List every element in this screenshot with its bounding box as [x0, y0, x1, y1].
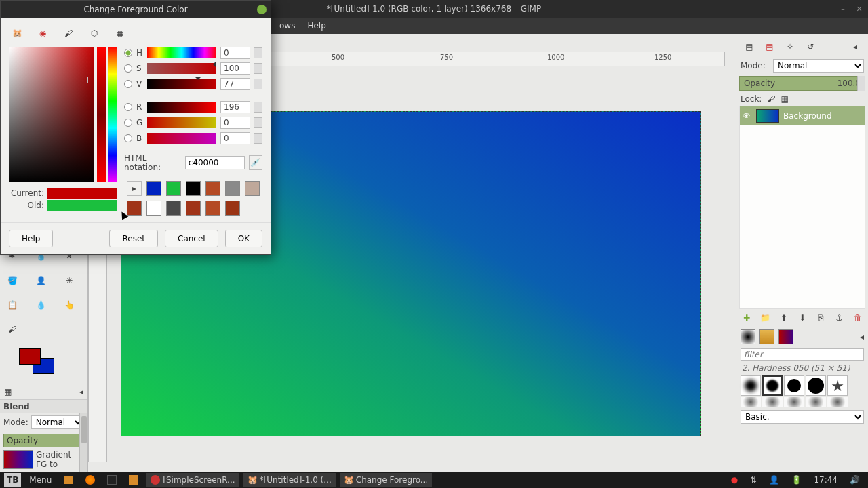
taskbar-firefox-icon[interactable] [81, 473, 99, 487]
bucket-tool-icon[interactable]: 🪣 [4, 272, 20, 289]
b-value[interactable]: 0 [220, 132, 250, 144]
reset-button[interactable]: Reset [109, 230, 158, 247]
brush-hard-050[interactable] [762, 375, 783, 396]
smudge-tool-icon[interactable]: 👆 [61, 297, 77, 313]
layer-list[interactable]: 👁 Background [739, 106, 865, 309]
tray-user-icon[interactable]: 👤 [765, 473, 783, 487]
color-swatch-2[interactable] [186, 181, 201, 196]
wheel-selector-icon[interactable]: ⬡ [86, 25, 102, 41]
lock-pixels-icon[interactable]: 🖌 [767, 94, 775, 104]
color-swatch-5[interactable] [245, 181, 260, 196]
menu-windows[interactable]: ows [274, 20, 300, 32]
swatch-history-expand[interactable]: ▸ [127, 181, 142, 196]
clone-tool-icon[interactable]: 📋 [4, 297, 20, 313]
close-icon[interactable]: ✕ [854, 4, 864, 14]
tool-options-menu-icon[interactable]: ◂ [79, 387, 83, 396]
brush-star[interactable]: ★ [827, 375, 848, 396]
v-radio[interactable] [124, 80, 132, 88]
s-slider[interactable] [147, 63, 216, 74]
color-swatch-7[interactable] [146, 201, 161, 216]
taskbar-terminal-icon[interactable] [103, 473, 121, 487]
menu-help[interactable]: Help [302, 20, 331, 32]
start-menu-button[interactable]: Menu [25, 473, 56, 487]
brush-smudge-2[interactable] [762, 397, 783, 407]
color-swatch-10[interactable] [205, 201, 220, 216]
cancel-button[interactable]: Cancel [165, 230, 218, 247]
layer-item[interactable]: 👁 Background [740, 106, 865, 125]
v-spinner[interactable] [254, 79, 262, 89]
brush-filter-input[interactable] [741, 348, 864, 361]
old-color[interactable] [47, 200, 117, 211]
brush-tool-icon[interactable]: 🖌 [4, 321, 20, 338]
ok-button[interactable]: OK [225, 230, 262, 247]
channels-tab-icon[interactable]: ▤ [762, 39, 777, 54]
duplicate-layer-icon[interactable]: ⎘ [814, 312, 827, 324]
brushes-tab-icon[interactable] [741, 329, 755, 344]
opacity-spinner[interactable] [857, 76, 865, 91]
color-swatch-3[interactable] [205, 181, 220, 196]
color-field[interactable] [9, 47, 94, 182]
lock-alpha-icon[interactable]: ▦ [781, 94, 788, 104]
gradients-tab-icon[interactable] [778, 329, 793, 344]
h-value[interactable]: 0 [220, 47, 250, 59]
layer-opacity-slider[interactable]: Opacity 100.0 [739, 76, 865, 91]
layer-group-icon[interactable]: 📁 [759, 312, 771, 324]
fg-bg-swatch[interactable] [7, 346, 61, 380]
value-bar[interactable] [97, 47, 106, 182]
s-spinner[interactable] [254, 63, 262, 74]
brush-hard-075[interactable] [784, 375, 804, 396]
patterns-tab-icon[interactable] [760, 329, 774, 344]
new-layer-icon[interactable]: ✚ [741, 312, 753, 324]
tray-clock[interactable]: 17:44 [810, 473, 842, 487]
anchor-layer-icon[interactable]: ⚓ [833, 312, 846, 324]
palette-selector-icon[interactable]: ▦ [112, 25, 128, 41]
minimize-icon[interactable]: – [838, 4, 848, 14]
dock-menu-icon[interactable]: ◂ [848, 39, 863, 54]
g-value[interactable]: 0 [220, 117, 250, 129]
html-notation-input[interactable] [185, 156, 245, 169]
v-slider[interactable] [147, 79, 216, 89]
heal-tool-icon[interactable]: ✳ [61, 272, 77, 289]
r-radio[interactable] [124, 103, 132, 111]
lower-layer-icon[interactable]: ⬇ [796, 312, 808, 324]
b-radio[interactable] [124, 134, 132, 142]
h-radio[interactable] [124, 49, 132, 57]
stamp-tool-icon[interactable]: 👤 [33, 272, 49, 289]
tool-options-icon[interactable]: ▦ [4, 387, 12, 396]
v-value[interactable]: 77 [220, 78, 250, 90]
r-slider[interactable] [147, 102, 216, 113]
tray-record-icon[interactable]: ● [727, 473, 742, 487]
brush-smudge-4[interactable] [806, 397, 826, 407]
layer-mode-select[interactable]: Normal [773, 59, 864, 73]
h-spinner[interactable] [254, 47, 262, 58]
tray-network-icon[interactable]: ⇅ [746, 473, 761, 487]
raise-layer-icon[interactable]: ⬆ [778, 312, 790, 324]
brush-dock-menu-icon[interactable]: ◂ [860, 332, 864, 342]
g-slider[interactable] [147, 117, 216, 128]
color-swatch-8[interactable] [166, 201, 181, 216]
b-spinner[interactable] [254, 133, 262, 144]
g-radio[interactable] [124, 119, 132, 127]
taskbar-app-ssr[interactable]: [SimpleScreenR... [146, 473, 239, 487]
color-swatch-4[interactable] [225, 181, 240, 196]
s-value[interactable]: 100 [220, 62, 250, 75]
brush-smudge-1[interactable] [741, 397, 761, 407]
color-swatch-1[interactable] [166, 181, 181, 196]
hue-bar[interactable] [108, 47, 117, 182]
brush-smudge-3[interactable] [784, 397, 804, 407]
brush-preset-select[interactable]: Basic. [741, 410, 864, 424]
color-swatch-9[interactable] [186, 201, 201, 216]
g-spinner[interactable] [254, 117, 262, 128]
cmyk-selector-icon[interactable]: ◉ [35, 25, 51, 41]
taskbar-app-colordlg[interactable]: 🐹Change Foregro... [340, 473, 433, 487]
undo-tab-icon[interactable]: ↺ [803, 39, 818, 54]
b-slider[interactable] [147, 133, 216, 144]
brush-soft[interactable] [741, 375, 761, 396]
color-swatch-6[interactable] [127, 201, 142, 216]
dialog-close-icon[interactable] [257, 5, 267, 14]
color-swatch-11[interactable] [225, 201, 240, 216]
delete-layer-icon[interactable]: 🗑 [852, 312, 864, 324]
fg-color-swatch[interactable] [19, 348, 41, 365]
brush-smudge-5[interactable] [827, 397, 848, 407]
r-spinner[interactable] [254, 102, 262, 113]
